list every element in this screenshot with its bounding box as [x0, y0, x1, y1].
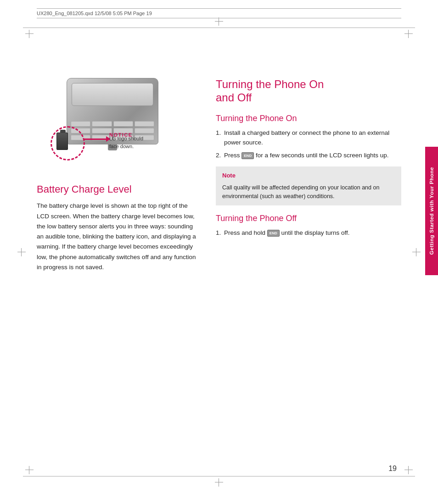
note-box-title: Note [222, 171, 395, 180]
battery-section-title: Battery Charge Level [37, 183, 197, 195]
reg-mark-tl [25, 30, 34, 38]
usb-plug [56, 133, 68, 150]
reg-mark-tr [404, 30, 413, 38]
phone-on-title: Turning the Phone On [216, 114, 401, 123]
notice-arrow [84, 138, 107, 140]
reg-mark-right-center [412, 248, 421, 256]
reg-mark-top-center [215, 17, 223, 26]
page-border-top [23, 28, 415, 28]
phone-off-list: 1. Press and hold END until the display … [216, 228, 401, 238]
sidebar-tab: Getting Started with Your Phone [425, 147, 438, 275]
phone-off-section: Turning the Phone Off 1. Press and hold … [216, 214, 401, 238]
main-title: Turning the Phone On and Off [216, 78, 401, 105]
battery-section: Battery Charge Level The battery charge … [37, 183, 197, 272]
phone-off-title: Turning the Phone Off [216, 214, 401, 223]
reg-mark-left-center [17, 248, 26, 256]
list-item: 1. Install a charged battery or connect … [216, 128, 401, 148]
end-button-icon: END [241, 152, 254, 159]
phone-image-area: NOTICE LG logo should face down. [46, 78, 165, 170]
reg-mark-bottom-center [215, 478, 223, 487]
sidebar-tab-label: Getting Started with Your Phone [429, 167, 434, 255]
phone-on-list: 1. Install a charged battery or connect … [216, 128, 401, 161]
battery-section-body: The battery charge level is shown at the… [37, 201, 197, 272]
reg-mark-br [404, 466, 413, 474]
note-box-body: Call quality will be affected depending … [222, 183, 395, 201]
list-item: 2. Press END for a few seconds until the… [216, 150, 401, 161]
header-bar: UX280_Eng_081205.qxd 12/5/08 5:05 PM Pag… [37, 8, 401, 18]
page-border-bottom [23, 476, 415, 476]
reg-mark-bl [25, 466, 34, 474]
left-column: NOTICE LG logo should face down. Battery… [37, 41, 211, 467]
header-text: UX280_Eng_081205.qxd 12/5/08 5:05 PM Pag… [37, 11, 152, 16]
list-item: 1. Press and hold END until the display … [216, 228, 401, 238]
content-area: NOTICE LG logo should face down. Battery… [37, 41, 401, 467]
note-box: Note Call quality will be affected depen… [216, 166, 401, 205]
notice-sublabel: LG logo should face down. [109, 135, 143, 150]
end-button-icon-off: END [267, 230, 280, 237]
phone-on-section: Turning the Phone On 1. Install a charge… [216, 114, 401, 206]
page-number: 19 [388, 465, 397, 473]
right-column: Turning the Phone On and Off Turning the… [211, 41, 401, 467]
